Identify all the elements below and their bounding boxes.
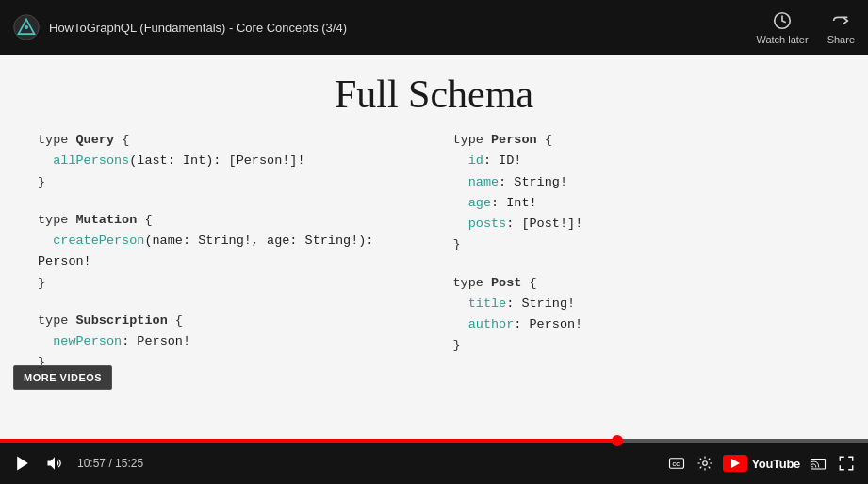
youtube-icon bbox=[723, 455, 747, 472]
volume-icon bbox=[45, 454, 64, 473]
channel-logo bbox=[13, 14, 40, 40]
video-title: HowToGraphQL (Fundamentals) - Core Conce… bbox=[49, 21, 756, 35]
play-button[interactable] bbox=[11, 452, 34, 475]
more-videos-button[interactable]: MORE VIDEOS bbox=[13, 365, 112, 390]
captions-icon: CC bbox=[668, 455, 685, 472]
play-icon bbox=[13, 454, 32, 473]
youtube-play-triangle bbox=[731, 459, 740, 468]
person-close: } bbox=[453, 234, 831, 255]
subscription-type-line: type Subscription { bbox=[38, 311, 416, 331]
youtube-text: YouTube bbox=[751, 457, 800, 471]
slide-content: Full Schema type Query { allPersons(last… bbox=[0, 55, 868, 439]
cast-button[interactable] bbox=[808, 453, 828, 474]
post-author-line: author: Person! bbox=[453, 315, 831, 335]
person-age-line: age: Int! bbox=[453, 193, 831, 214]
video-player: HowToGraphQL (Fundamentals) - Core Conce… bbox=[0, 0, 868, 484]
post-close: } bbox=[453, 335, 831, 356]
post-title-line: title: String! bbox=[453, 294, 831, 315]
share-label: Share bbox=[827, 34, 855, 45]
query-type-line: type Query { bbox=[38, 130, 416, 151]
captions-button[interactable]: CC bbox=[666, 453, 687, 474]
code-area: type Query { allPersons(last: Int): [Per… bbox=[0, 130, 868, 439]
post-block: type Post { title: String! author: Perso… bbox=[453, 273, 831, 357]
slide-title: Full Schema bbox=[335, 72, 533, 117]
total-time: 15:25 bbox=[115, 457, 143, 470]
subscription-field-line: newPerson: Person! bbox=[38, 331, 416, 352]
watch-later-button[interactable]: Watch later bbox=[756, 10, 808, 45]
svg-marker-4 bbox=[17, 457, 28, 471]
person-id-line: id: ID! bbox=[453, 151, 831, 171]
mutation-close: } bbox=[38, 273, 416, 294]
person-type-line: type Person { bbox=[453, 130, 831, 151]
fullscreen-icon bbox=[838, 455, 855, 472]
current-time: 10:57 bbox=[77, 457, 106, 470]
time-display: 10:57 / 15:25 bbox=[77, 457, 143, 470]
mutation-field-line: createPerson(name: String!, age: String!… bbox=[38, 231, 416, 273]
right-controls: CC YouTube bbox=[666, 453, 857, 474]
share-button[interactable]: Share bbox=[827, 10, 855, 45]
settings-button[interactable] bbox=[695, 453, 715, 474]
query-block: type Query { allPersons(last: Int): [Per… bbox=[38, 130, 416, 193]
code-right: type Person { id: ID! name: String! age:… bbox=[434, 130, 831, 439]
controls-row: 10:57 / 15:25 CC bbox=[0, 443, 868, 484]
svg-point-8 bbox=[703, 461, 708, 466]
gear-icon bbox=[696, 455, 713, 472]
top-bar: HowToGraphQL (Fundamentals) - Core Conce… bbox=[0, 0, 868, 55]
subscription-block: type Subscription { newPerson: Person! } bbox=[38, 311, 416, 374]
cast-icon bbox=[810, 455, 827, 472]
progress-bar[interactable] bbox=[0, 439, 868, 443]
svg-point-2 bbox=[25, 25, 28, 29]
progress-dot bbox=[612, 435, 623, 446]
bottom-controls: 10:57 / 15:25 CC bbox=[0, 439, 868, 484]
query-close: } bbox=[38, 172, 416, 193]
mutation-block: type Mutation { createPerson(name: Strin… bbox=[38, 210, 416, 294]
code-left: type Query { allPersons(last: Int): [Per… bbox=[38, 130, 434, 439]
post-type-line: type Post { bbox=[453, 273, 831, 294]
progress-fill bbox=[0, 439, 617, 443]
watch-later-label: Watch later bbox=[756, 34, 808, 45]
svg-marker-5 bbox=[48, 457, 56, 469]
person-posts-line: posts: [Post!]! bbox=[453, 214, 831, 234]
youtube-logo: YouTube bbox=[723, 455, 800, 472]
fullscreen-button[interactable] bbox=[836, 453, 857, 474]
person-block: type Person { id: ID! name: String! age:… bbox=[453, 130, 831, 256]
query-field-line: allPersons(last: Int): [Person!]! bbox=[38, 151, 416, 171]
svg-text:CC: CC bbox=[673, 461, 680, 467]
kw-type: type bbox=[38, 133, 76, 147]
top-bar-actions: Watch later Share bbox=[756, 10, 855, 45]
volume-button[interactable] bbox=[43, 452, 66, 475]
person-name-line: name: String! bbox=[453, 172, 831, 193]
mutation-type-line: type Mutation { bbox=[38, 210, 416, 231]
